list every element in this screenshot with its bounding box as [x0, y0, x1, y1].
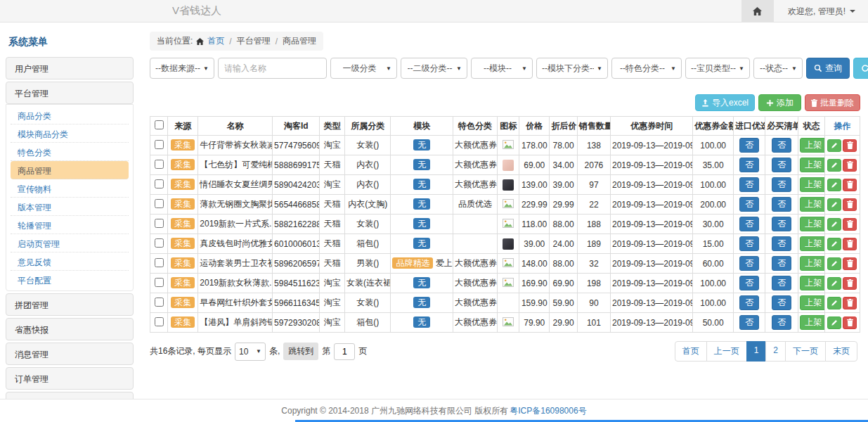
delete-button[interactable]: [843, 218, 857, 231]
edit-button[interactable]: [827, 316, 841, 329]
sidebar-item[interactable]: 轮播管理: [11, 216, 129, 234]
query-button[interactable]: 查询: [806, 58, 850, 79]
import-select-toggle[interactable]: 否: [739, 315, 759, 330]
row-checkbox[interactable]: [155, 317, 164, 326]
batch-delete-button[interactable]: 批量删除: [805, 94, 860, 111]
row-checkbox[interactable]: [155, 278, 164, 287]
row-checkbox[interactable]: [155, 258, 164, 267]
edit-button[interactable]: [827, 198, 841, 211]
per-page-select[interactable]: 10 ▼: [235, 343, 266, 361]
sidebar-item[interactable]: 订单管理: [6, 367, 134, 390]
status-button[interactable]: 上架: [800, 295, 824, 310]
import-select-toggle[interactable]: 否: [739, 217, 759, 231]
sidebar-item[interactable]: 版本管理: [11, 198, 129, 216]
sidebar-item[interactable]: 兑换管理: [6, 392, 134, 399]
status-button[interactable]: 上架: [800, 138, 824, 153]
row-checkbox[interactable]: [155, 160, 164, 169]
edit-button[interactable]: [827, 218, 841, 231]
sidebar-item[interactable]: 拼团管理: [6, 293, 134, 316]
sidebar-item[interactable]: 启动页管理: [11, 234, 129, 252]
delete-button[interactable]: [843, 139, 857, 152]
page-button[interactable]: 首页: [675, 341, 707, 362]
import-select-toggle[interactable]: 否: [739, 295, 759, 310]
sidebar-item[interactable]: 意见反馈: [11, 252, 129, 271]
sidebar-item[interactable]: 省惠快报: [6, 318, 134, 340]
delete-button[interactable]: [843, 238, 857, 250]
must-buy-toggle[interactable]: 否: [772, 256, 791, 271]
status-button[interactable]: 上架: [800, 217, 824, 231]
row-checkbox[interactable]: [155, 219, 164, 228]
sidebar-item[interactable]: 消息管理: [6, 343, 134, 365]
must-buy-toggle[interactable]: 否: [772, 197, 791, 212]
status-button[interactable]: 上架: [800, 177, 824, 192]
filter-status[interactable]: --状态--▼: [753, 58, 803, 79]
sidebar-item[interactable]: 宣传物料: [11, 179, 129, 198]
sidebar-item[interactable]: 平台配置: [11, 271, 129, 289]
import-select-toggle[interactable]: 否: [739, 256, 759, 271]
edit-button[interactable]: [827, 159, 841, 172]
import-select-toggle[interactable]: 否: [739, 197, 759, 212]
edit-button[interactable]: [827, 257, 841, 270]
edit-button[interactable]: [827, 139, 841, 152]
page-number-input[interactable]: [334, 343, 355, 360]
status-button[interactable]: 上架: [800, 158, 824, 172]
add-button[interactable]: 添加: [758, 94, 801, 111]
status-button[interactable]: 上架: [800, 197, 824, 212]
filter-level1-category[interactable]: 一级分类▼: [330, 58, 397, 79]
must-buy-toggle[interactable]: 否: [772, 177, 791, 192]
must-buy-toggle[interactable]: 否: [772, 295, 791, 310]
name-search-input[interactable]: [218, 58, 327, 79]
row-checkbox[interactable]: [155, 199, 164, 208]
sidebar-item[interactable]: 平台管理: [6, 82, 134, 104]
delete-button[interactable]: [843, 159, 857, 172]
must-buy-toggle[interactable]: 否: [772, 138, 791, 153]
page-button[interactable]: 2: [765, 341, 786, 362]
row-checkbox[interactable]: [155, 238, 164, 248]
status-button[interactable]: 上架: [800, 315, 824, 330]
jump-button[interactable]: 跳转到: [283, 343, 318, 360]
select-all-checkbox[interactable]: [155, 120, 164, 129]
import-select-toggle[interactable]: 否: [739, 138, 759, 153]
sidebar-item-active[interactable]: 商品管理: [11, 161, 129, 179]
row-checkbox[interactable]: [155, 298, 164, 307]
edit-button[interactable]: [827, 277, 841, 290]
import-select-toggle[interactable]: 否: [739, 236, 759, 251]
must-buy-toggle[interactable]: 否: [772, 236, 791, 251]
filter-data-source[interactable]: --数据来源--▼: [150, 58, 214, 79]
filter-item-type[interactable]: --宝贝类型--▼: [685, 58, 750, 79]
edit-button[interactable]: [827, 297, 841, 309]
row-checkbox[interactable]: [155, 140, 164, 149]
user-menu[interactable]: 欢迎您, 管理员!: [788, 6, 855, 18]
delete-button[interactable]: [843, 277, 857, 290]
delete-button[interactable]: [843, 257, 857, 270]
sidebar-item[interactable]: 模块商品分类: [11, 124, 129, 143]
sidebar-item[interactable]: 用户管理: [6, 57, 134, 79]
filter-module-subcategory[interactable]: --模块下分类--▼: [536, 58, 608, 79]
filter-module[interactable]: --模块--▼: [471, 58, 533, 79]
import-select-toggle[interactable]: 否: [739, 158, 759, 172]
delete-button[interactable]: [843, 297, 857, 309]
delete-button[interactable]: [843, 198, 857, 211]
must-buy-toggle[interactable]: 否: [772, 276, 791, 290]
page-button[interactable]: 末页: [825, 341, 857, 362]
home-button[interactable]: [741, 0, 774, 23]
edit-button[interactable]: [827, 179, 841, 191]
edit-button[interactable]: [827, 238, 841, 250]
must-buy-toggle[interactable]: 否: [772, 315, 791, 330]
breadcrumb-home-link[interactable]: 首页: [207, 35, 224, 47]
import-excel-button[interactable]: 导入excel: [695, 94, 755, 111]
sidebar-item[interactable]: 特色分类: [11, 143, 129, 161]
page-button[interactable]: 下一页: [785, 341, 826, 362]
status-button[interactable]: 上架: [800, 256, 824, 271]
filter-feature-category[interactable]: --特色分类--▼: [611, 58, 682, 79]
status-button[interactable]: 上架: [800, 236, 824, 251]
delete-button[interactable]: [843, 179, 857, 191]
reset-button[interactable]: 重置: [853, 58, 868, 79]
row-checkbox[interactable]: [155, 179, 164, 188]
page-button[interactable]: 1: [746, 341, 767, 362]
icp-link[interactable]: 粤ICP备16098006号: [510, 405, 586, 417]
import-select-toggle[interactable]: 否: [739, 276, 759, 290]
import-select-toggle[interactable]: 否: [739, 177, 759, 192]
filter-level2-category[interactable]: --二级分类--▼: [401, 58, 467, 79]
must-buy-toggle[interactable]: 否: [772, 158, 791, 172]
